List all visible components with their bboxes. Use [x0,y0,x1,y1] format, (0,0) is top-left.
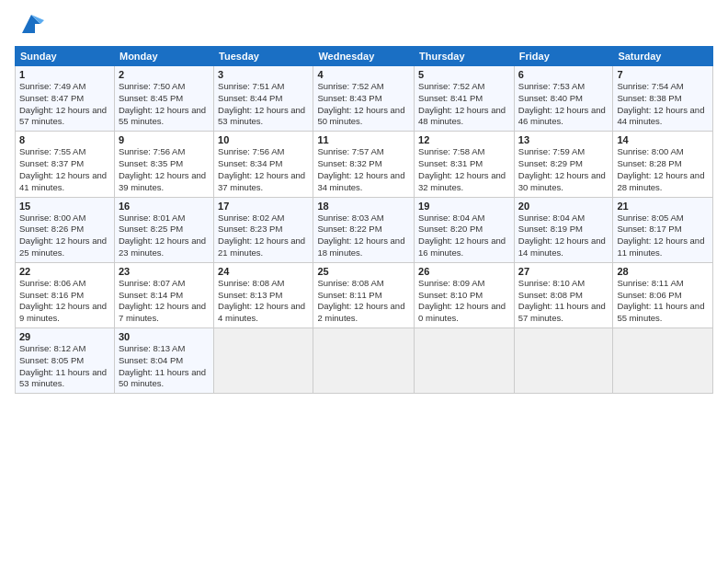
calendar-cell: 20 Sunrise: 8:04 AM Sunset: 8:19 PM Dayl… [514,197,613,262]
daylight-text: Daylight: 12 hours and 37 minutes. [218,170,305,192]
calendar-week-row: 15 Sunrise: 8:00 AM Sunset: 8:26 PM Dayl… [16,197,713,262]
sunset-text: Sunset: 8:17 PM [617,224,681,234]
sunrise-text: Sunrise: 8:06 AM [19,278,85,288]
calendar-cell: 12 Sunrise: 7:58 AM Sunset: 8:31 PM Dayl… [415,132,515,197]
sunset-text: Sunset: 8:05 PM [19,355,84,365]
sunset-text: Sunset: 8:13 PM [218,290,282,300]
sunset-text: Sunset: 8:10 PM [418,290,483,300]
calendar-cell: 3 Sunrise: 7:51 AM Sunset: 8:44 PM Dayli… [214,66,313,132]
col-header-tuesday: Tuesday [214,47,313,66]
calendar-cell: 11 Sunrise: 7:57 AM Sunset: 8:32 PM Dayl… [313,132,415,197]
sunset-text: Sunset: 8:31 PM [418,158,483,168]
day-info: Sunrise: 7:54 AM Sunset: 8:38 PM Dayligh… [617,81,709,128]
sunset-text: Sunset: 8:04 PM [119,355,183,365]
sunrise-text: Sunrise: 8:12 AM [19,343,85,353]
day-number: 24 [218,266,309,277]
sunrise-text: Sunrise: 7:56 AM [119,146,185,156]
sunrise-text: Sunrise: 7:59 AM [518,146,585,156]
sunrise-text: Sunrise: 8:10 AM [518,278,585,288]
day-number: 5 [418,69,510,80]
day-info: Sunrise: 8:00 AM Sunset: 8:28 PM Dayligh… [617,146,709,193]
day-number: 30 [119,331,210,342]
day-number: 9 [119,134,210,145]
calendar-week-row: 8 Sunrise: 7:55 AM Sunset: 8:37 PM Dayli… [16,132,713,197]
day-info: Sunrise: 8:06 AM Sunset: 8:16 PM Dayligh… [19,278,110,325]
sunrise-text: Sunrise: 8:07 AM [119,278,185,288]
sunset-text: Sunset: 8:34 PM [218,158,282,168]
calendar-cell: 5 Sunrise: 7:52 AM Sunset: 8:41 PM Dayli… [415,66,515,132]
calendar-cell: 21 Sunrise: 8:05 AM Sunset: 8:17 PM Dayl… [613,197,713,262]
calendar-cell [313,328,415,394]
sunrise-text: Sunrise: 7:51 AM [218,81,284,91]
day-info: Sunrise: 8:05 AM Sunset: 8:17 PM Dayligh… [617,213,709,259]
sunrise-text: Sunrise: 8:00 AM [617,146,683,156]
page: SundayMondayTuesdayWednesdayThursdayFrid… [0,0,728,563]
daylight-text: Daylight: 12 hours and 18 minutes. [317,236,404,258]
sunset-text: Sunset: 8:06 PM [617,290,681,300]
sunrise-text: Sunrise: 8:01 AM [119,213,185,223]
day-info: Sunrise: 7:51 AM Sunset: 8:44 PM Dayligh… [218,81,309,128]
calendar-cell: 1 Sunrise: 7:49 AM Sunset: 8:47 PM Dayli… [16,66,115,132]
calendar-cell [613,328,713,394]
day-number: 28 [617,266,709,277]
sunset-text: Sunset: 8:11 PM [317,290,381,300]
day-number: 19 [418,201,510,212]
day-info: Sunrise: 7:52 AM Sunset: 8:43 PM Dayligh… [317,81,410,128]
day-info: Sunrise: 8:08 AM Sunset: 8:11 PM Dayligh… [317,278,410,325]
calendar-cell: 19 Sunrise: 8:04 AM Sunset: 8:20 PM Dayl… [415,197,515,262]
calendar-week-row: 1 Sunrise: 7:49 AM Sunset: 8:47 PM Dayli… [16,66,713,132]
col-header-sunday: Sunday [16,47,115,66]
day-info: Sunrise: 7:56 AM Sunset: 8:34 PM Dayligh… [218,146,309,193]
daylight-text: Daylight: 12 hours and 11 minutes. [617,236,704,258]
sunset-text: Sunset: 8:16 PM [19,290,84,300]
day-number: 1 [19,69,110,80]
sunset-text: Sunset: 8:43 PM [317,93,381,103]
calendar-cell: 17 Sunrise: 8:02 AM Sunset: 8:23 PM Dayl… [214,197,313,262]
calendar-cell: 28 Sunrise: 8:11 AM Sunset: 8:06 PM Dayl… [613,262,713,327]
sunset-text: Sunset: 8:22 PM [317,224,381,234]
daylight-text: Daylight: 12 hours and 9 minutes. [19,301,107,323]
daylight-text: Daylight: 12 hours and 2 minutes. [317,301,404,323]
sunrise-text: Sunrise: 7:58 AM [418,146,484,156]
sunrise-text: Sunrise: 8:09 AM [418,278,484,288]
calendar-cell: 4 Sunrise: 7:52 AM Sunset: 8:43 PM Dayli… [313,66,415,132]
day-info: Sunrise: 8:02 AM Sunset: 8:23 PM Dayligh… [218,213,309,259]
day-info: Sunrise: 7:57 AM Sunset: 8:32 PM Dayligh… [317,146,410,193]
daylight-text: Daylight: 12 hours and 50 minutes. [317,105,404,127]
day-number: 4 [317,69,410,80]
calendar-cell: 30 Sunrise: 8:13 AM Sunset: 8:04 PM Dayl… [114,328,213,394]
col-header-saturday: Saturday [613,47,713,66]
calendar-cell: 24 Sunrise: 8:08 AM Sunset: 8:13 PM Dayl… [214,262,313,327]
sunset-text: Sunset: 8:45 PM [119,93,183,103]
sunrise-text: Sunrise: 8:00 AM [19,213,85,223]
calendar-week-row: 22 Sunrise: 8:06 AM Sunset: 8:16 PM Dayl… [16,262,713,327]
sunset-text: Sunset: 8:37 PM [19,158,84,168]
day-info: Sunrise: 7:56 AM Sunset: 8:35 PM Dayligh… [119,146,210,193]
daylight-text: Daylight: 12 hours and 44 minutes. [617,105,704,127]
daylight-text: Daylight: 12 hours and 32 minutes. [418,170,506,192]
sunrise-text: Sunrise: 7:53 AM [518,81,585,91]
sunset-text: Sunset: 8:20 PM [418,224,483,234]
sunrise-text: Sunrise: 7:57 AM [317,146,383,156]
calendar-cell: 14 Sunrise: 8:00 AM Sunset: 8:28 PM Dayl… [613,132,713,197]
daylight-text: Daylight: 12 hours and 30 minutes. [518,170,606,192]
calendar-cell [415,328,515,394]
day-number: 10 [218,134,309,145]
day-number: 15 [19,201,110,212]
day-info: Sunrise: 8:08 AM Sunset: 8:13 PM Dayligh… [218,278,309,325]
calendar-cell: 22 Sunrise: 8:06 AM Sunset: 8:16 PM Dayl… [16,262,115,327]
daylight-text: Daylight: 12 hours and 28 minutes. [617,170,704,192]
daylight-text: Daylight: 12 hours and 39 minutes. [119,170,206,192]
calendar-cell [514,328,613,394]
day-info: Sunrise: 7:52 AM Sunset: 8:41 PM Dayligh… [418,81,510,128]
sunset-text: Sunset: 8:26 PM [19,224,84,234]
sunset-text: Sunset: 8:40 PM [518,93,583,103]
logo [15,11,44,37]
daylight-text: Daylight: 12 hours and 4 minutes. [218,301,305,323]
daylight-text: Daylight: 12 hours and 46 minutes. [518,105,606,127]
daylight-text: Daylight: 11 hours and 57 minutes. [518,301,606,323]
day-number: 3 [218,69,309,80]
sunset-text: Sunset: 8:32 PM [317,158,381,168]
calendar-cell: 9 Sunrise: 7:56 AM Sunset: 8:35 PM Dayli… [114,132,213,197]
calendar-cell: 7 Sunrise: 7:54 AM Sunset: 8:38 PM Dayli… [613,66,713,132]
